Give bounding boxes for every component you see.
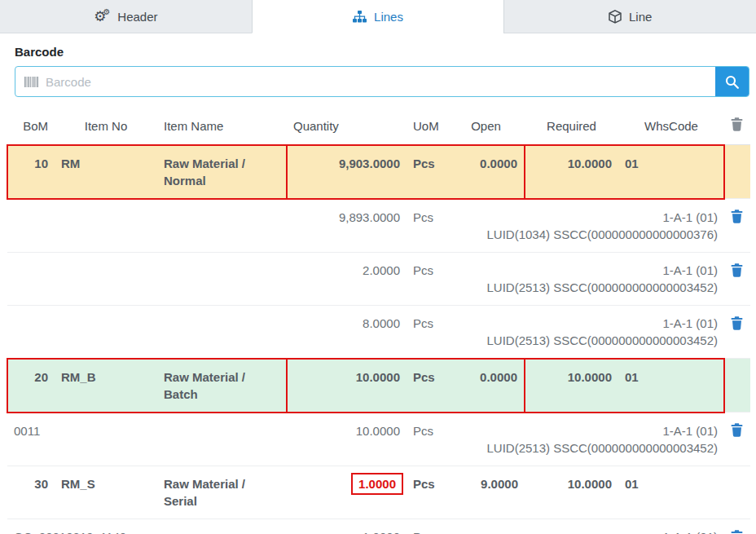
item-row[interactable]: 10 RM Raw Material / Normal 9,903.0000 P… [7,145,750,199]
batch-serial-code-cell: 0011 [7,413,287,466]
delete-cell [724,305,750,359]
whscode-cell: 01 [618,466,724,519]
bin-cell: 1-A-1 (01) LUID(2156) SSCC(0000000000000… [447,519,724,534]
luid-sscc: LUID(2513) SSCC(000000000000003452) [454,439,718,457]
cogs-icon: ⚙⚙ [94,10,110,24]
detail-row[interactable]: QC_20210319_1140 1.0000 Pcs 1-A-1 (01) L… [7,519,750,534]
quantity-cell: 10.0000 [287,413,407,466]
trash-icon [731,530,743,534]
luid-sscc: LUID(2513) SSCC(000000000000003452) [454,279,718,296]
col-header-delete [724,108,750,145]
search-button[interactable] [715,67,749,96]
barcode-input[interactable] [46,75,706,89]
required-cell: 10.0000 [525,466,618,519]
tab-line-label: Line [629,10,652,24]
delete-cell [724,145,750,199]
itemno-cell: RM_S [55,466,157,519]
bin-location: 1-A-1 (01) [454,315,718,332]
col-header-bom: BoM [7,108,55,145]
required-cell: 10.0000 [525,145,618,199]
detail-row[interactable]: 0011 10.0000 Pcs 1-A-1 (01) LUID(2513) S… [7,413,750,466]
tab-header[interactable]: ⚙⚙ Header [0,0,252,33]
tab-line[interactable]: Line [503,0,756,33]
uom-cell: Pcs [407,305,447,359]
uom-cell: Pcs [407,466,447,519]
bin-cell: 1-A-1 (01) LUID(2513) SSCC(0000000000000… [447,413,724,466]
delete-cell [724,252,750,305]
bin-location: 1-A-1 (01) [454,262,718,279]
col-header-required: Required [525,108,618,145]
uom-cell: Pcs [407,519,447,534]
uom-cell: Pcs [407,199,447,253]
itemname-cell: Raw Material / Batch [157,359,287,413]
delete-cell [724,413,750,466]
trash-icon [731,117,743,131]
delete-row-button[interactable] [729,528,745,534]
delete-cell [724,199,750,253]
barcode-input-wrap [15,67,715,96]
batch-serial-code-cell [7,305,287,359]
col-header-open: Open [447,108,525,145]
required-cell: 10.0000 [525,359,618,413]
sitemap-icon [353,11,367,23]
table-header-row: BoM Item No Item Name Quantity UoM Open … [7,108,750,145]
itemno-cell: RM_B [55,359,157,413]
item-row[interactable]: 30 RM_S Raw Material / Serial 1.0000 Pcs… [7,466,750,519]
barcode-label: Barcode [15,45,741,59]
delete-row-button[interactable] [729,315,745,332]
quantity-cell: 9,903.0000 [287,145,407,199]
bin-cell: 1-A-1 (01) LUID(2513) SSCC(0000000000000… [447,252,724,305]
batch-serial-code-cell: QC_20210319_1140 [7,519,287,534]
tab-lines[interactable]: Lines [252,0,504,33]
batch-serial-code-cell [7,252,287,305]
tab-header-label: Header [117,10,157,24]
itemname-cell: Raw Material / Normal [157,145,287,199]
luid-sscc: LUID(1034) SSCC(000000000000000376) [454,226,718,243]
detail-row[interactable]: 8.0000 Pcs 1-A-1 (01) LUID(2513) SSCC(00… [7,305,750,359]
itemname-cell: Raw Material / Serial [157,466,287,519]
search-icon [725,75,739,89]
quantity-cell: 1.0000 [287,519,407,534]
detail-row[interactable]: 9,893.0000 Pcs 1-A-1 (01) LUID(1034) SSC… [7,199,750,253]
detail-row[interactable]: 2.0000 Pcs 1-A-1 (01) LUID(2513) SSCC(00… [7,252,750,305]
tabbar: ⚙⚙ Header Lines Line [0,0,756,33]
bin-cell: 1-A-1 (01) LUID(1034) SSCC(0000000000000… [447,199,724,253]
bom-cell: 30 [7,466,55,519]
delete-row-button[interactable] [729,421,745,439]
uom-cell: Pcs [407,145,447,199]
trash-icon [731,210,743,223]
uom-cell: Pcs [407,413,447,466]
whscode-cell: 01 [618,145,724,199]
trash-icon [731,263,743,277]
delete-cell [724,359,750,413]
quantity-cell: 9,893.0000 [287,199,407,253]
quantity-cell: 8.0000 [287,305,407,359]
delete-cell [724,519,750,534]
main-content: Barcode [0,33,756,534]
bom-cell: 20 [7,359,55,413]
quantity-cell: 10.0000 [287,359,407,413]
col-header-itemno: Item No [55,108,157,145]
barcode-input-group [15,66,749,97]
luid-sscc: LUID(2513) SSCC(000000000000003452) [454,332,718,349]
tab-lines-label: Lines [374,10,403,24]
open-cell: 9.0000 [447,466,525,519]
uom-cell: Pcs [407,252,447,305]
col-header-whscode: WhsCode [618,108,724,145]
itemno-cell: RM [55,145,157,199]
bom-cell: 10 [7,145,55,199]
quantity-warning-value: 1.0000 [351,473,403,495]
lines-table: BoM Item No Item Name Quantity UoM Open … [7,108,750,534]
delete-row-button[interactable] [729,262,745,279]
col-header-quantity: Quantity [287,108,407,145]
batch-serial-code-cell [7,199,287,253]
quantity-cell: 1.0000 [287,466,407,519]
bin-location: 1-A-1 (01) [454,209,718,226]
trash-icon [731,423,743,437]
open-cell: 0.0000 [447,359,525,413]
uom-cell: Pcs [407,359,447,413]
bin-location: 1-A-1 (01) [454,422,718,439]
item-row[interactable]: 20 RM_B Raw Material / Batch 10.0000 Pcs… [7,359,750,413]
delete-row-button[interactable] [729,208,745,225]
col-header-uom: UoM [407,108,447,145]
